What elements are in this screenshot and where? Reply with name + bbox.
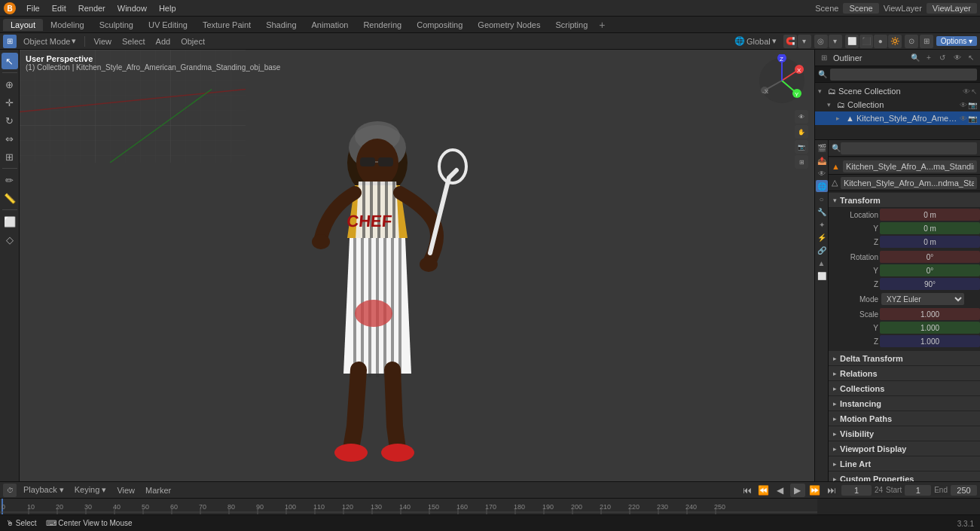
props-tab-render[interactable]: 🎬 bbox=[816, 142, 828, 154]
tab-layout[interactable]: Layout bbox=[3, 19, 43, 31]
tool-move[interactable]: ✛ bbox=[2, 94, 18, 111]
camera-view[interactable]: 📷 bbox=[795, 140, 808, 154]
timeline-type-icon[interactable]: ⏱ bbox=[3, 484, 17, 497]
marker-menu[interactable]: Marker bbox=[142, 485, 175, 496]
props-tab-data[interactable]: ▲ bbox=[816, 257, 828, 269]
rotation-y-input[interactable] bbox=[880, 264, 980, 276]
select-icon[interactable]: ↖ bbox=[971, 87, 977, 96]
end-frame-input[interactable]: 250 bbox=[951, 485, 977, 496]
tool-measure[interactable]: 📏 bbox=[2, 190, 18, 206]
props-tab-constraint[interactable]: 🔗 bbox=[816, 244, 828, 256]
motion-paths-header[interactable]: ▸ Motion Paths bbox=[829, 411, 980, 426]
hide-column-icon[interactable]: 👁 bbox=[951, 52, 963, 64]
props-tab-scene[interactable]: 🌐 bbox=[816, 180, 828, 192]
tool-cursor[interactable]: ⊕ bbox=[2, 76, 18, 93]
view-timeline-menu[interactable]: View bbox=[113, 485, 139, 496]
timeline-ruler[interactable]: 0 10 20 30 40 50 60 70 80 90 100 110 120 bbox=[0, 499, 980, 514]
jump-to-start[interactable]: ⏮ bbox=[740, 484, 754, 497]
tab-scripting[interactable]: Scripting bbox=[548, 19, 595, 31]
location-x-input[interactable] bbox=[880, 209, 980, 221]
props-tab-material[interactable]: ⬜ bbox=[816, 270, 828, 282]
wireframe-mode[interactable]: ⬜ bbox=[845, 35, 859, 48]
rendered-mode[interactable]: 🔆 bbox=[888, 35, 902, 48]
tool-rotate[interactable]: ↻ bbox=[2, 112, 18, 129]
location-y-input[interactable] bbox=[880, 222, 980, 234]
props-tab-particle[interactable]: ✦ bbox=[816, 218, 828, 230]
camera-perspective-toggle[interactable]: 👁 bbox=[795, 110, 808, 124]
delta-transform-header[interactable]: ▸ Delta Transform bbox=[829, 351, 980, 366]
step-forward[interactable]: ⏩ bbox=[808, 484, 822, 497]
blender-logo[interactable]: B bbox=[3, 2, 17, 15]
tab-geometry-nodes[interactable]: Geometry Nodes bbox=[470, 19, 548, 31]
material-preview[interactable]: ● bbox=[874, 35, 887, 48]
transform-dropdown[interactable]: 🌐 Global ▾ bbox=[731, 35, 780, 47]
step-back[interactable]: ⏪ bbox=[757, 484, 771, 497]
tab-texture-paint[interactable]: Texture Paint bbox=[195, 19, 258, 31]
hide-icon[interactable]: 👁 bbox=[963, 87, 970, 96]
props-tab-view[interactable]: 👁 bbox=[816, 167, 828, 179]
add-workspace-tab[interactable]: + bbox=[595, 18, 609, 32]
jump-to-end[interactable]: ⏭ bbox=[825, 484, 838, 497]
tab-animation[interactable]: Animation bbox=[304, 19, 356, 31]
mesh-name-input[interactable] bbox=[841, 177, 977, 189]
solid-mode[interactable]: ⬛ bbox=[859, 35, 873, 48]
tree-scene-collection[interactable]: ▾ 🗂 Scene Collection 👁 ↖ bbox=[815, 84, 980, 98]
menu-file[interactable]: File bbox=[21, 2, 45, 14]
menu-window[interactable]: Window bbox=[112, 2, 152, 14]
proportional-toggle[interactable]: ◎ bbox=[814, 35, 828, 48]
rotation-mode-select[interactable]: XYZ Euler bbox=[881, 293, 964, 305]
visibility-header[interactable]: ▸ Visibility bbox=[829, 426, 980, 441]
tab-modeling[interactable]: Modeling bbox=[43, 19, 92, 31]
render-collection-icon[interactable]: 📷 bbox=[968, 101, 977, 109]
props-tab-output[interactable]: 📤 bbox=[816, 154, 828, 166]
keying-menu[interactable]: Keying ▾ bbox=[71, 484, 111, 496]
props-tab-physics[interactable]: ⚡ bbox=[816, 231, 828, 243]
properties-search-input[interactable] bbox=[841, 142, 977, 154]
scene-input[interactable]: Scene bbox=[843, 3, 878, 14]
tab-uv-editing[interactable]: UV Editing bbox=[141, 19, 195, 31]
tool-add-object[interactable]: ◇ bbox=[2, 231, 18, 248]
view-layer-input[interactable]: ViewLayer bbox=[927, 3, 977, 14]
collections-header[interactable]: ▸ Collections bbox=[829, 381, 980, 396]
tree-object-item[interactable]: ▸ ▲ Kitchen_Style_Afro_American_Gran 👁 📷 bbox=[815, 111, 980, 125]
menu-edit[interactable]: Edit bbox=[47, 2, 72, 14]
scale-z-input[interactable] bbox=[880, 335, 980, 347]
transform-section-header[interactable]: ▾ Transform bbox=[829, 193, 980, 208]
editor-type-icon[interactable]: ⊞ bbox=[3, 35, 17, 48]
menu-render[interactable]: Render bbox=[73, 2, 111, 14]
rotation-x-input[interactable] bbox=[880, 251, 980, 263]
scale-y-input[interactable] bbox=[880, 322, 980, 334]
view-menu[interactable]: View bbox=[90, 36, 115, 47]
snap-toggle[interactable]: 🧲 bbox=[783, 35, 797, 48]
play-pause[interactable]: ▶ bbox=[790, 484, 805, 497]
object-mode-dropdown[interactable]: Object Mode ▾ bbox=[20, 35, 80, 47]
custom-properties-header[interactable]: ▸ Custom Properties bbox=[829, 471, 980, 481]
3d-viewport[interactable]: CHEF bbox=[20, 50, 814, 481]
tab-compositing[interactable]: Compositing bbox=[409, 19, 470, 31]
select-menu[interactable]: Select bbox=[118, 36, 149, 47]
viewport-display-header[interactable]: ▸ Viewport Display bbox=[829, 441, 980, 456]
add-menu[interactable]: Add bbox=[152, 36, 175, 47]
tool-scale[interactable]: ⇔ bbox=[2, 130, 18, 147]
filter-icon[interactable]: 🔍 bbox=[909, 52, 921, 64]
current-frame[interactable]: 1 bbox=[841, 485, 872, 496]
new-collection-icon[interactable]: + bbox=[923, 52, 935, 64]
outliner-type-icon[interactable]: ⊞ bbox=[818, 52, 830, 64]
navigation-gizmo[interactable]: X -X Y Z bbox=[756, 54, 808, 107]
rotation-z-input[interactable] bbox=[880, 278, 980, 290]
tree-collection[interactable]: ▾ 🗂 Collection 👁 📷 bbox=[815, 98, 980, 111]
props-tab-modifier[interactable]: 🔧 bbox=[816, 206, 828, 218]
line-art-header[interactable]: ▸ Line Art bbox=[829, 456, 980, 471]
tool-select-box[interactable]: ↖ bbox=[2, 53, 18, 69]
props-tab-object[interactable]: ○ bbox=[816, 193, 828, 205]
viewport-options[interactable]: Options ▾ bbox=[936, 36, 977, 46]
start-frame-input[interactable]: 1 bbox=[905, 485, 931, 496]
hide-object-icon[interactable]: 👁 bbox=[960, 114, 967, 123]
object-name-input[interactable] bbox=[843, 160, 977, 172]
select-column-icon[interactable]: ↖ bbox=[965, 52, 977, 64]
outliner-search-input[interactable] bbox=[830, 69, 977, 81]
proportional-dropdown[interactable]: ▾ bbox=[829, 35, 842, 48]
tool-add-cube[interactable]: ⬜ bbox=[2, 213, 18, 230]
menu-help[interactable]: Help bbox=[154, 2, 182, 14]
scale-x-input[interactable] bbox=[880, 308, 980, 320]
